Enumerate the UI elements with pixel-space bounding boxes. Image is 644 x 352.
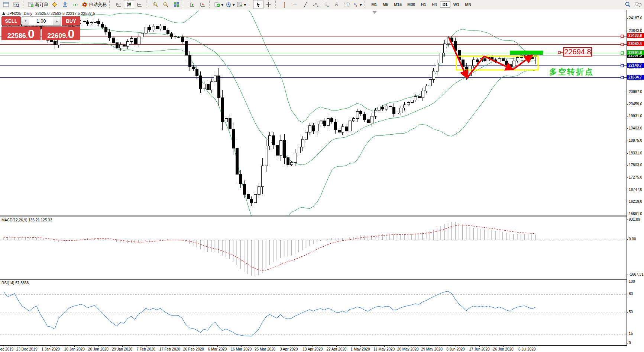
rsi-pane[interactable]: RSI(14) 57.8868 xyxy=(0,279,627,346)
price-tick-label: 18331.0 xyxy=(629,151,642,155)
search-icon[interactable] xyxy=(622,0,633,9)
crosshair-tool[interactable] xyxy=(263,0,274,9)
new-order-button[interactable]: 新订单 xyxy=(27,0,49,9)
timeframe-MN[interactable]: MN xyxy=(462,1,474,8)
rsi-layer xyxy=(0,280,627,346)
zoom-out-icon[interactable] xyxy=(161,0,171,9)
date-axis[interactable]: 13 Dec 201923 Dec 20191 Jan 202010 Jan 2… xyxy=(0,346,644,352)
cursor-tool[interactable] xyxy=(253,0,263,9)
timeframe-H1[interactable]: H1 xyxy=(418,1,429,8)
toolbar-separator xyxy=(365,1,368,8)
macd-tick-label: -1667.31 xyxy=(629,272,643,276)
price-tick-label: 18875.0 xyxy=(629,138,642,143)
timeframe-M5[interactable]: M5 xyxy=(380,1,391,8)
date-tick-label: 6 Mar 2020 xyxy=(208,347,227,351)
fibonacci-tool[interactable]: E xyxy=(311,0,321,9)
candlestick-layer xyxy=(0,10,627,216)
buy-price-panel[interactable]: 22609.0 xyxy=(42,26,81,40)
chevron-down-icon: ▾ xyxy=(233,2,235,7)
shapes-dropdown[interactable]: ▾ xyxy=(352,0,363,9)
date-tick-label: 22 Apr 2020 xyxy=(326,347,346,351)
price-tick-label: 17803.0 xyxy=(629,163,642,167)
autotrade-label: 自动交易 xyxy=(89,1,107,8)
charts-toggle-icon[interactable] xyxy=(1,0,11,9)
chevron-down-icon: ▾ xyxy=(221,2,224,7)
toolbar-separator xyxy=(275,1,278,8)
sell-button[interactable]: SELL xyxy=(1,16,21,26)
timeframe-W1[interactable]: W1 xyxy=(451,1,462,8)
price-tick-label: 16219.0 xyxy=(629,199,642,204)
autotrade-button[interactable]: 自动交易 xyxy=(81,0,108,9)
volume-stepper: ▼ 1.00 ▲ xyxy=(22,16,61,26)
svg-text:E: E xyxy=(317,5,318,7)
tile-windows-icon[interactable] xyxy=(171,0,181,9)
text-label-tool[interactable]: T xyxy=(342,0,352,9)
toolbar-separator xyxy=(209,1,212,8)
period-dropdown[interactable]: ▾ xyxy=(225,0,236,9)
level-price-badge: 22148.7 xyxy=(627,63,644,68)
svg-text:T: T xyxy=(346,3,348,7)
add-indicator-dropdown[interactable]: ▾ xyxy=(213,0,225,9)
buy-button[interactable]: BUY xyxy=(62,16,80,26)
buy-price-pip: 0 xyxy=(68,29,74,39)
date-tick-label: 7 Feb 2020 xyxy=(136,347,155,351)
timeframe-M30[interactable]: M30 xyxy=(405,1,418,8)
date-tick-label: 16 Mar 2020 xyxy=(231,347,252,351)
fibo-grid-tool[interactable]: F xyxy=(321,0,331,9)
symbol-name: JPN225-,Daily xyxy=(7,11,32,16)
sell-price-panel[interactable]: 22586.0 xyxy=(1,26,41,40)
timeframe-buttons: M1M5M15M30H1H4D1W1MN xyxy=(369,1,474,8)
price-tick-label: 24187.0 xyxy=(629,16,642,20)
new-order-label: 新订单 xyxy=(35,1,48,8)
bar-chart-icon[interactable] xyxy=(113,0,124,9)
trendline-tool[interactable]: ╱ xyxy=(300,0,311,9)
timeframe-H4[interactable]: H4 xyxy=(429,1,440,8)
price-callout-box[interactable]: 22694.8 xyxy=(563,47,592,57)
date-tick-label: 20 May 2020 xyxy=(397,347,419,351)
sell-price: 22586. xyxy=(7,32,28,39)
date-tick-label: 26 Feb 2020 xyxy=(183,347,204,351)
volume-decrease-button[interactable]: ▼ xyxy=(22,17,29,25)
mt4-window: 新订单 自动交易 ▾ ▾ ▾ │ ─ ╱ E F A T ▾ xyxy=(0,0,644,352)
candlestick-chart-icon[interactable] xyxy=(124,0,134,9)
rsi-tick-label: 50 xyxy=(629,310,633,314)
indicator-list-icon[interactable] xyxy=(187,0,197,9)
date-tick-label: 26 Jun 2020 xyxy=(493,347,514,351)
market-watch-icon[interactable] xyxy=(49,0,60,9)
date-tick-label: 17 Jun 2020 xyxy=(469,347,489,351)
date-tick-label: 1 Jan 2020 xyxy=(41,347,60,351)
date-tick-label: 11 May 2020 xyxy=(373,347,395,351)
price-chart-pane[interactable] xyxy=(0,10,627,215)
data-window-icon[interactable] xyxy=(60,0,70,9)
date-tick-label: 20 Jan 2020 xyxy=(88,347,109,351)
timeframe-M15[interactable]: M15 xyxy=(391,1,404,8)
one-click-trading-panel: SELL ▼ 1.00 ▲ BUY 22586.0 22609.0 xyxy=(1,16,80,40)
macd-layer xyxy=(0,217,627,279)
line-chart-icon[interactable] xyxy=(134,0,145,9)
volume-increase-button[interactable]: ▲ xyxy=(53,17,61,25)
annotation-note[interactable]: 多空转折点 xyxy=(549,67,594,77)
template-dropdown[interactable]: ▾ xyxy=(236,0,247,9)
signals-icon[interactable] xyxy=(70,0,81,9)
date-tick-label: 29 May 2020 xyxy=(421,347,443,351)
horizontal-line-tool[interactable]: ─ xyxy=(290,0,300,9)
macd-pane[interactable]: MACD(12,26,9) 135.21 125.33 xyxy=(0,217,627,278)
vertical-line-tool[interactable]: │ xyxy=(279,0,290,9)
text-tool[interactable]: A xyxy=(331,0,342,9)
chevron-down-icon: ▾ xyxy=(360,2,362,7)
volume-value[interactable]: 1.00 xyxy=(29,17,53,25)
rsi-label: RSI(14) 57.8868 xyxy=(1,281,29,285)
macd-tick-label: 931.89 xyxy=(629,217,640,221)
chat-icon[interactable] xyxy=(633,0,643,9)
toolbar-separator xyxy=(183,1,186,8)
price-tick-label: 16747.0 xyxy=(629,188,642,192)
period-marker-icon[interactable] xyxy=(197,0,208,9)
chart-profiles-icon[interactable] xyxy=(11,0,22,9)
timeframe-M1[interactable]: M1 xyxy=(369,1,379,8)
timeframe-D1[interactable]: D1 xyxy=(440,1,450,8)
rsi-tick-label: 80 xyxy=(629,292,633,296)
date-tick-label: 13 Apr 2020 xyxy=(302,347,323,351)
toolbar: 新订单 自动交易 ▾ ▾ ▾ │ ─ ╱ E F A T ▾ xyxy=(0,0,644,9)
price-axis[interactable]: 24187.023643.022059.021531.020987.020459… xyxy=(627,10,644,346)
zoom-in-icon[interactable] xyxy=(150,0,161,9)
